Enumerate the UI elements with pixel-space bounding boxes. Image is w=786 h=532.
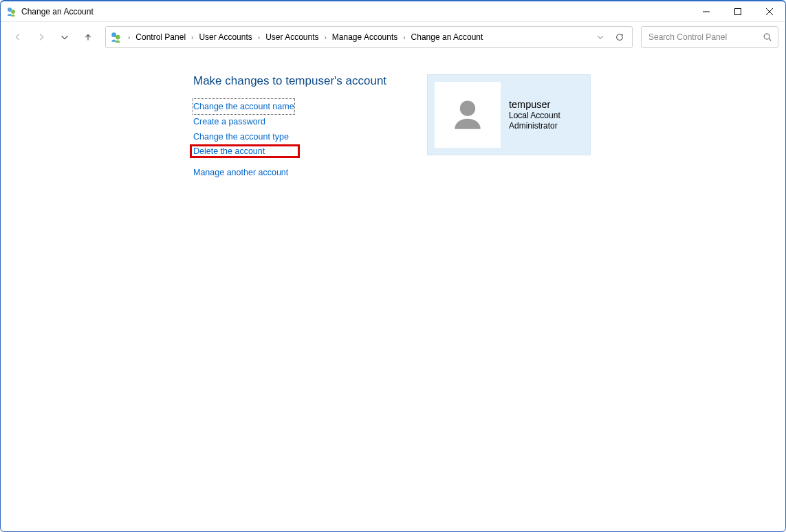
- svg-point-6: [111, 32, 116, 37]
- avatar: [435, 82, 501, 148]
- chevron-right-icon[interactable]: ›: [403, 34, 405, 41]
- window-frame: Change an Account: [0, 0, 786, 532]
- window-controls: [690, 1, 785, 21]
- delete-account-link[interactable]: Delete the account: [193, 143, 265, 159]
- maximize-button[interactable]: [722, 1, 754, 21]
- chevron-right-icon[interactable]: ›: [258, 34, 260, 41]
- manage-another-account-link[interactable]: Manage another account: [193, 165, 288, 180]
- user-icon: [447, 94, 488, 135]
- navigation-bar: › Control Panel › User Accounts › User A…: [1, 22, 785, 52]
- titlebar: Change an Account: [1, 1, 785, 22]
- svg-point-0: [8, 8, 12, 12]
- refresh-button[interactable]: [610, 27, 629, 47]
- breadcrumb-item[interactable]: User Accounts: [263, 31, 321, 43]
- close-button[interactable]: [754, 1, 785, 21]
- svg-point-8: [764, 34, 769, 39]
- svg-point-10: [460, 100, 476, 116]
- chevron-right-icon[interactable]: ›: [325, 34, 327, 41]
- change-account-type-link[interactable]: Change the account type: [193, 129, 289, 144]
- content-area: Make changes to tempuser's account Chang…: [1, 52, 785, 531]
- breadcrumb-item[interactable]: Change an Account: [408, 31, 486, 43]
- search-icon[interactable]: [763, 32, 772, 42]
- svg-point-7: [116, 35, 120, 40]
- svg-line-9: [769, 38, 771, 41]
- breadcrumb: › Control Panel › User Accounts › User A…: [125, 31, 591, 43]
- back-button[interactable]: [8, 27, 28, 47]
- breadcrumb-item[interactable]: User Accounts: [196, 31, 254, 43]
- user-accounts-icon: [6, 6, 17, 17]
- breadcrumb-item[interactable]: Manage Accounts: [329, 31, 400, 43]
- account-column: tempuser Local Account Administrator: [427, 74, 591, 531]
- highlight-annotation: Delete the account: [190, 144, 300, 158]
- address-bar[interactable]: › Control Panel › User Accounts › User A…: [105, 26, 633, 48]
- svg-rect-3: [735, 8, 741, 14]
- page-title: Make changes to tempuser's account: [193, 74, 420, 88]
- up-button[interactable]: [78, 27, 98, 47]
- chevron-right-icon[interactable]: ›: [191, 34, 193, 41]
- forward-button[interactable]: [31, 27, 52, 47]
- chevron-right-icon[interactable]: ›: [128, 34, 130, 41]
- change-account-name-link[interactable]: Change the account name: [193, 99, 294, 114]
- address-dropdown-button[interactable]: [591, 27, 610, 47]
- minimize-button[interactable]: [690, 1, 722, 21]
- svg-point-1: [11, 10, 15, 14]
- account-role: Administrator: [509, 121, 560, 131]
- create-password-link[interactable]: Create a password: [193, 114, 265, 129]
- account-type: Local Account: [509, 111, 560, 121]
- actions-column: Make changes to tempuser's account Chang…: [193, 74, 420, 531]
- user-accounts-icon: [110, 31, 122, 43]
- account-card[interactable]: tempuser Local Account Administrator: [427, 74, 591, 155]
- breadcrumb-item[interactable]: Control Panel: [133, 31, 188, 43]
- search-input[interactable]: [647, 32, 763, 43]
- window-title: Change an Account: [21, 7, 94, 16]
- search-box[interactable]: [641, 26, 778, 48]
- account-name: tempuser: [509, 98, 560, 111]
- recent-dropdown-button[interactable]: [54, 27, 75, 47]
